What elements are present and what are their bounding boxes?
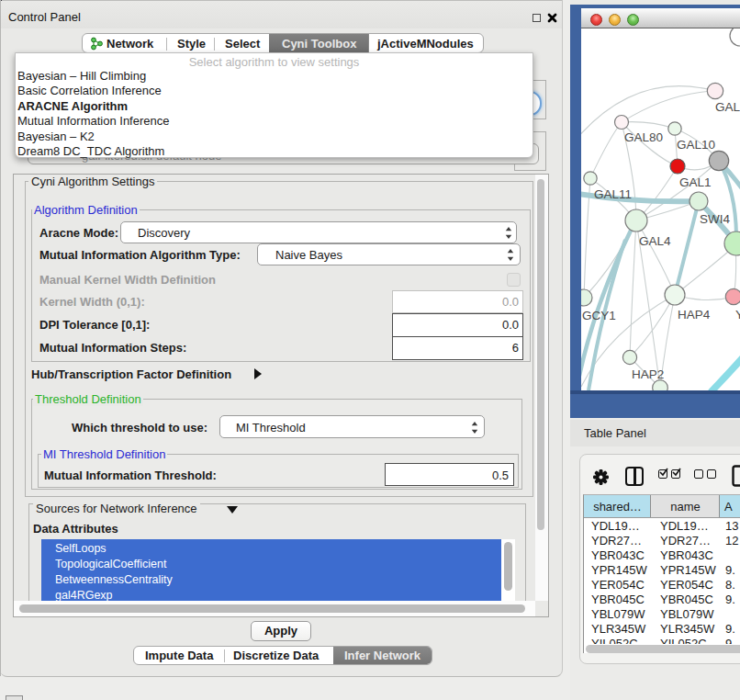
svg-text:GCY1: GCY1 <box>582 309 616 322</box>
svg-text:GAL4: GAL4 <box>639 234 671 248</box>
svg-text:HAP4: HAP4 <box>678 308 711 322</box>
svg-text:GAL1: GAL1 <box>679 175 712 189</box>
svg-text:SWI4: SWI4 <box>700 212 730 226</box>
svg-text:HAP2: HAP2 <box>632 367 664 381</box>
svg-text:GAL7: GAL7 <box>715 100 740 114</box>
svg-text:GAL11: GAL11 <box>594 187 632 201</box>
svg-text:GAL10: GAL10 <box>677 138 715 152</box>
svg-text:Y: Y <box>735 308 740 322</box>
svg-text:GAL80: GAL80 <box>624 130 663 144</box>
